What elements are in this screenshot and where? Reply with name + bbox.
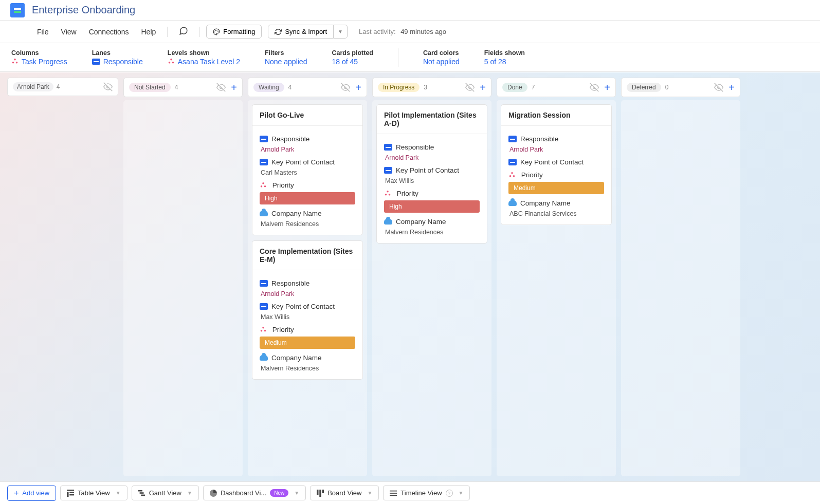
filter-lanes[interactable]: Lanes Responsible — [92, 49, 143, 66]
filter-columns[interactable]: Columns Task Progress — [11, 49, 67, 66]
menu-view[interactable]: View — [56, 25, 82, 39]
svg-point-3 — [215, 32, 215, 32]
sync-import-dropdown[interactable]: ▼ — [334, 25, 348, 39]
filter-bar: Columns Task Progress Lanes Responsible … — [0, 43, 820, 72]
board-title[interactable]: Enterprise Onboarding — [32, 4, 135, 16]
svg-point-0 — [217, 30, 217, 30]
svg-point-9 — [172, 62, 174, 64]
sync-import-button[interactable]: Sync & Import — [268, 25, 334, 39]
formatting-label: Formatting — [223, 28, 255, 35]
title-bar: Enterprise Onboarding — [0, 0, 820, 21]
divider — [167, 27, 168, 37]
filter-cards-plotted[interactable]: Cards plotted 18 of 45 — [332, 49, 373, 66]
svg-point-6 — [16, 62, 18, 64]
filter-fields-shown[interactable]: Fields shown 5 of 28 — [484, 49, 525, 66]
filter-card-colors[interactable]: Card colors Not applied — [423, 49, 460, 66]
comments-button[interactable] — [174, 23, 193, 40]
menu-help[interactable]: Help — [136, 25, 161, 39]
filter-levels[interactable]: Levels shown Asana Task Level 2 — [168, 49, 240, 66]
divider — [199, 27, 200, 37]
filter-filters[interactable]: Filters None applied — [265, 49, 307, 66]
svg-point-5 — [12, 62, 14, 64]
svg-point-7 — [170, 58, 172, 60]
divider — [398, 48, 398, 67]
menu-file[interactable]: File — [32, 25, 54, 39]
last-activity: Last activity: 49 minutes ago — [359, 28, 446, 35]
svg-point-2 — [215, 30, 216, 31]
app-logo — [10, 3, 25, 17]
svg-point-8 — [169, 62, 171, 64]
menu-bar: File View Connections Help Formatting Sy… — [0, 21, 820, 43]
badge-icon — [92, 59, 100, 65]
svg-point-1 — [218, 31, 218, 31]
menu-connections[interactable]: Connections — [84, 25, 134, 39]
formatting-button[interactable]: Formatting — [206, 25, 262, 39]
svg-point-4 — [14, 58, 16, 60]
sync-import-label: Sync & Import — [285, 28, 327, 35]
